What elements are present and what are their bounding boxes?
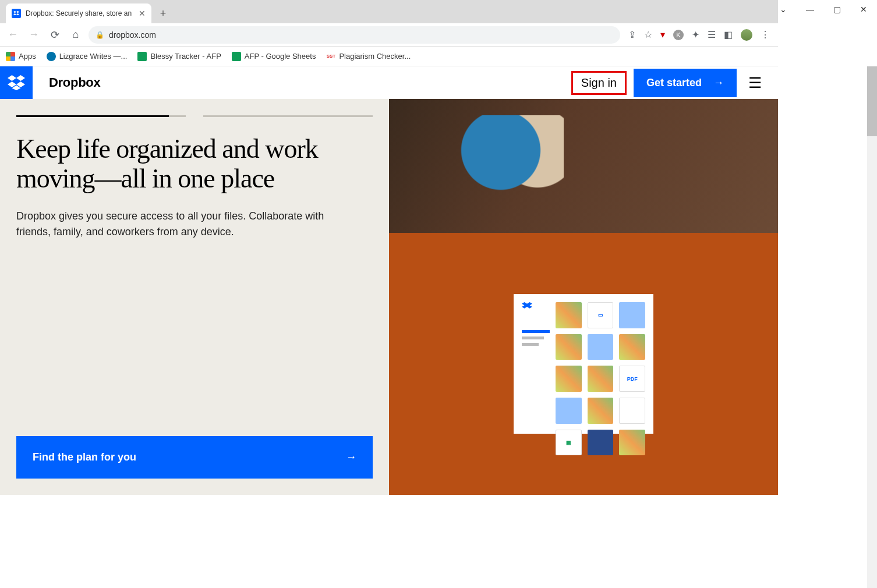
lock-icon: 🔒 — [96, 31, 104, 39]
back-button[interactable]: ← — [5, 27, 21, 43]
files-preview-card: ▭ PDF ▦ — [514, 294, 653, 434]
page-content: Dropbox Sign in Get started → ☰ Keep lif… — [0, 66, 778, 588]
share-icon[interactable]: ⇪ — [628, 29, 636, 40]
address-bar-row: ← → ⟳ ⌂ 🔒 dropbox.com ⇪ ☆ ▾ K ✦ ☰ ◧ ⋮ — [0, 23, 778, 47]
file-doc-icon — [619, 398, 645, 424]
file-thumbnail — [556, 334, 582, 360]
file-pdf-icon: PDF — [619, 366, 645, 392]
hero-subtitle: Dropbox gives you secure access to all y… — [16, 208, 342, 240]
file-thumbnail — [619, 334, 645, 360]
folder-icon — [588, 334, 614, 360]
tab-title: Dropbox: Securely share, store an — [26, 9, 134, 17]
extension-k-icon[interactable]: K — [673, 30, 684, 40]
profile-avatar-icon[interactable] — [741, 29, 752, 41]
browser-chrome: ⌄ — ▢ ✕ Dropbox: Securely share, store a… — [0, 0, 778, 66]
files-grid: ▭ PDF ▦ — [556, 302, 645, 426]
carousel-tab-1[interactable] — [16, 115, 186, 117]
arrow-right-icon: → — [713, 77, 724, 89]
hamburger-menu-icon[interactable]: ☰ — [744, 74, 766, 92]
browser-tab[interactable]: Dropbox: Securely share, store an ✕ — [6, 3, 151, 23]
forward-button[interactable]: → — [26, 27, 42, 43]
file-thumbnail — [619, 430, 645, 456]
hero-title: Keep life organized and work moving—all … — [16, 134, 373, 193]
hero-photo — [389, 99, 778, 233]
window-controls: ⌄ — ▢ ✕ — [770, 0, 778, 19]
chevron-down-icon[interactable]: ⌄ — [770, 0, 778, 19]
get-started-button[interactable]: Get started → — [634, 69, 737, 97]
bookmarks-bar: Apps Lizgrace Writes —... Blessy Tracker… — [0, 47, 778, 66]
extensions-icon[interactable]: ✦ — [692, 29, 699, 40]
sidebar-lines — [522, 330, 550, 346]
file-thumbnail — [588, 398, 614, 424]
hero-right: ▭ PDF ▦ — [389, 99, 778, 495]
file-thumbnail — [556, 302, 582, 328]
bookmark-lizgrace[interactable]: Lizgrace Writes —... — [47, 52, 128, 61]
mcafee-icon[interactable]: ▾ — [660, 29, 665, 40]
side-panel-icon[interactable]: ◧ — [724, 29, 733, 40]
new-tab-button[interactable]: + — [155, 5, 171, 22]
folder-icon — [619, 302, 645, 328]
dropbox-logo-icon[interactable] — [0, 66, 33, 99]
dropbox-favicon-icon — [12, 9, 21, 18]
apps-icon — [6, 52, 15, 61]
files-sidebar — [522, 302, 550, 426]
file-xls-icon: ▦ — [556, 430, 582, 456]
carousel-progress — [16, 115, 373, 117]
url-text: dropbox.com — [109, 30, 156, 40]
sheets-icon — [232, 52, 241, 61]
hero-orange-panel: ▭ PDF ▦ — [389, 233, 778, 495]
bookmark-apps[interactable]: Apps — [6, 52, 36, 61]
site-header: Dropbox Sign in Get started → ☰ — [0, 66, 778, 99]
home-button[interactable]: ⌂ — [68, 27, 84, 43]
reload-button[interactable]: ⟳ — [47, 27, 63, 43]
toolbar-icons: ⇪ ☆ ▾ K ✦ ☰ ◧ ⋮ — [625, 29, 773, 41]
bookmark-blessy-tracker[interactable]: Blessy Tracker - AFP — [137, 52, 221, 61]
hero-section: Keep life organized and work moving—all … — [0, 99, 778, 495]
carousel-tab-2[interactable] — [203, 115, 373, 117]
tab-close-icon[interactable]: ✕ — [139, 9, 146, 18]
folder-icon — [556, 398, 582, 424]
file-thumbnail — [588, 430, 614, 456]
arrow-right-icon: → — [346, 451, 356, 463]
sheets-icon — [137, 52, 147, 61]
wordpress-icon — [47, 52, 56, 61]
bookmark-afp-sheets[interactable]: AFP - Google Sheets — [232, 52, 316, 61]
find-plan-button[interactable]: Find the plan for you → — [16, 436, 373, 479]
dropbox-mini-icon — [522, 302, 532, 313]
bookmark-star-icon[interactable]: ☆ — [644, 29, 652, 40]
hero-left: Keep life organized and work moving—all … — [0, 99, 389, 495]
sst-icon: SST — [326, 52, 335, 61]
sign-in-button[interactable]: Sign in — [571, 71, 627, 95]
address-bar[interactable]: 🔒 dropbox.com — [89, 26, 620, 44]
file-doc-icon: ▭ — [588, 302, 614, 328]
file-thumbnail — [588, 366, 614, 392]
reading-list-icon[interactable]: ☰ — [708, 29, 716, 40]
brand-name[interactable]: Dropbox — [49, 75, 100, 90]
file-thumbnail — [556, 366, 582, 392]
bookmark-plagiarism[interactable]: SST Plagiarism Checker... — [326, 52, 411, 61]
chrome-menu-icon[interactable]: ⋮ — [761, 29, 770, 40]
tab-bar: Dropbox: Securely share, store an ✕ + — [0, 0, 778, 23]
